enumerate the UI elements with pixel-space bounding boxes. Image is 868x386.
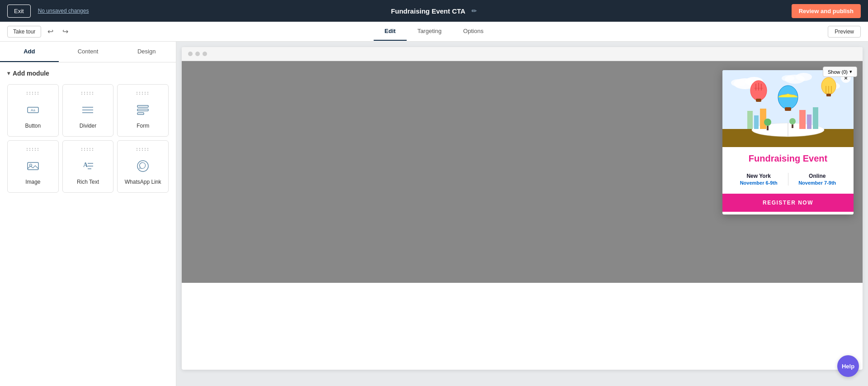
- show-dropdown-label: Show (0): [828, 69, 848, 75]
- image-module-label: Image: [25, 179, 40, 185]
- chevron-down-icon: ▾: [7, 70, 10, 76]
- tab-options[interactable]: Options: [453, 22, 495, 41]
- sidebar-tab-design[interactable]: Design: [117, 42, 176, 62]
- svg-point-14: [137, 161, 148, 172]
- cta-title: Fundraising Event: [730, 153, 846, 164]
- cta-footer-strip: [722, 212, 854, 214]
- svg-rect-29: [756, 99, 761, 102]
- add-module-header[interactable]: ▾ Add module: [7, 70, 169, 77]
- cta-city-online: Online: [791, 173, 844, 179]
- left-sidebar: Add Content Design ▾ Add module: [0, 42, 176, 386]
- cta-location-newyork: New York November 6-9th: [730, 170, 788, 188]
- drag-dots-image: [27, 148, 39, 151]
- svg-rect-43: [754, 115, 759, 129]
- help-button[interactable]: Help: [837, 355, 859, 377]
- module-grid: Aa Button: [7, 84, 169, 193]
- module-item-divider[interactable]: Divider: [62, 84, 114, 137]
- drag-dots-button: [27, 92, 39, 95]
- svg-rect-7: [137, 113, 144, 114]
- svg-rect-6: [137, 109, 148, 111]
- cta-location-online: Online November 7-9th: [788, 170, 847, 188]
- unsaved-changes-link[interactable]: No unsaved changes: [38, 8, 89, 14]
- svg-rect-32: [785, 107, 791, 111]
- sidebar-tabs: Add Content Design: [0, 42, 176, 62]
- window-title-bar: [182, 47, 863, 61]
- drag-dots-rich-text: [81, 148, 94, 151]
- canvas-window: Show (0) ▾: [182, 47, 863, 370]
- preview-button[interactable]: Preview: [828, 26, 861, 38]
- add-module-label: Add module: [13, 70, 49, 77]
- module-item-whatsapp-link[interactable]: WhatsApp Link: [117, 140, 169, 193]
- exit-button[interactable]: Exit: [7, 5, 31, 18]
- second-nav-left: Take tour ↩ ↪: [7, 25, 71, 38]
- svg-rect-49: [767, 126, 769, 130]
- whatsapp-link-module-icon: [134, 157, 152, 175]
- svg-rect-38: [826, 94, 831, 96]
- image-module-icon: [24, 157, 42, 175]
- svg-point-21: [782, 75, 794, 81]
- chevron-down-icon: ▾: [849, 69, 852, 75]
- button-module-label: Button: [25, 123, 41, 129]
- review-publish-button[interactable]: Review and publish: [792, 4, 861, 18]
- secondary-navigation: Take tour ↩ ↪ Edit Targeting Options Pre…: [0, 22, 868, 42]
- drag-dots-divider: [81, 92, 94, 95]
- rich-text-module-icon: A: [79, 157, 97, 175]
- take-tour-button[interactable]: Take tour: [7, 26, 41, 38]
- svg-text:Aa: Aa: [31, 108, 35, 112]
- cta-date-online: November 7-9th: [791, 180, 844, 186]
- svg-point-9: [29, 164, 32, 167]
- page-title: Fundraising Event CTA: [391, 7, 466, 15]
- cta-register-button[interactable]: REGISTER NOW: [722, 194, 854, 212]
- svg-rect-44: [760, 109, 766, 129]
- module-item-button[interactable]: Aa Button: [7, 84, 59, 137]
- cta-widget: × Fundraising Event New York November 6-…: [722, 70, 854, 214]
- edit-title-icon[interactable]: ✏: [472, 7, 477, 14]
- sidebar-tab-add[interactable]: Add: [0, 42, 59, 62]
- canvas-content: Show (0) ▾: [182, 61, 863, 283]
- cta-widget-body: Fundraising Event New York November 6-9t…: [722, 147, 854, 188]
- cta-date-newyork: November 6-9th: [732, 180, 785, 186]
- module-item-form[interactable]: Form: [117, 84, 169, 137]
- svg-rect-8: [28, 162, 38, 170]
- module-item-image[interactable]: Image: [7, 140, 59, 193]
- second-nav-right: Preview: [828, 26, 861, 38]
- undo-button[interactable]: ↩: [45, 25, 56, 38]
- module-item-rich-text[interactable]: A Rich Text: [62, 140, 114, 193]
- cta-illustration-svg: [722, 70, 854, 147]
- whatsapp-link-module-label: WhatsApp Link: [125, 179, 161, 185]
- drag-dots-form: [137, 92, 149, 95]
- svg-rect-47: [813, 107, 818, 129]
- top-nav-left: Exit No unsaved changes: [7, 5, 89, 18]
- svg-text:A: A: [83, 162, 88, 168]
- tab-targeting[interactable]: Targeting: [406, 22, 452, 41]
- form-module-label: Form: [137, 123, 149, 129]
- main-content: Add Content Design ▾ Add module: [0, 42, 868, 386]
- svg-point-20: [796, 73, 812, 81]
- cta-city-newyork: New York: [732, 173, 785, 179]
- svg-rect-45: [799, 110, 806, 129]
- cta-widget-image: ×: [722, 70, 854, 147]
- add-module-section: ▾ Add module Aa Button: [0, 62, 176, 200]
- button-module-icon: Aa: [24, 101, 42, 119]
- cta-locations: New York November 6-9th Online November …: [730, 170, 846, 188]
- drag-dots-whatsapp: [137, 148, 149, 151]
- svg-point-50: [789, 118, 796, 124]
- divider-module-icon: [79, 101, 97, 119]
- window-dot-1: [188, 52, 193, 56]
- rich-text-module-label: Rich Text: [77, 179, 99, 185]
- window-dot-2: [195, 52, 200, 56]
- redo-button[interactable]: ↪: [60, 25, 71, 38]
- divider-module-label: Divider: [80, 123, 96, 129]
- top-navigation: Exit No unsaved changes Fundraising Even…: [0, 0, 868, 22]
- top-nav-center: Fundraising Event CTA ✏: [391, 7, 477, 15]
- canvas-area: Show (0) ▾: [176, 42, 868, 386]
- svg-rect-5: [137, 105, 148, 107]
- top-nav-right: Review and publish: [792, 4, 861, 18]
- svg-point-48: [764, 119, 771, 126]
- sidebar-tab-content[interactable]: Content: [59, 42, 118, 62]
- show-dropdown-button[interactable]: Show (0) ▾: [823, 67, 857, 77]
- second-nav-tabs: Edit Targeting Options: [374, 22, 495, 41]
- svg-point-18: [731, 79, 745, 86]
- svg-rect-46: [807, 114, 811, 129]
- tab-edit[interactable]: Edit: [374, 22, 407, 41]
